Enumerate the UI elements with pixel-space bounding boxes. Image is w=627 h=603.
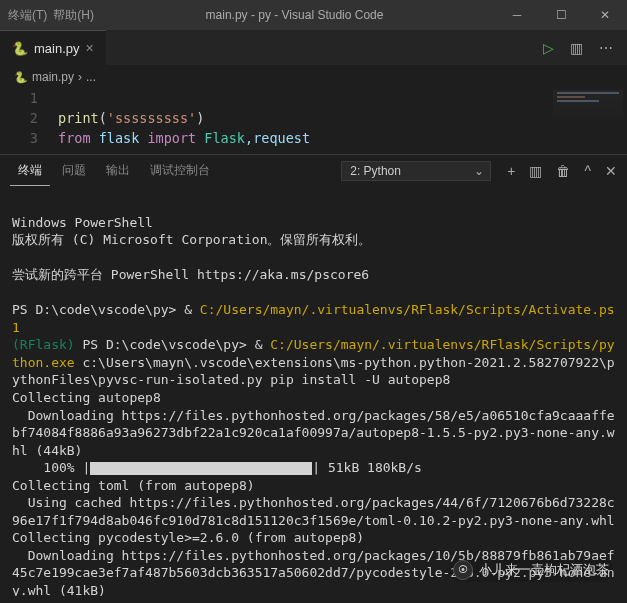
watermark-text: 小儿来一壶枸杞酒泡茶 <box>479 561 609 579</box>
tab-terminal[interactable]: 终端 <box>10 155 50 186</box>
run-icon[interactable]: ▷ <box>543 40 554 56</box>
maximize-icon[interactable]: ☐ <box>539 0 583 30</box>
breadcrumb-file: main.py <box>32 70 74 84</box>
terminal-line: Collecting toml (from autopep8) <box>12 478 255 493</box>
terminal-line: 尝试新的跨平台 PowerShell https://aka.ms/pscore… <box>12 267 369 282</box>
terminal-line: (RFlask) PS D:\code\vscode\py> & C:/User… <box>12 337 615 387</box>
tab-output[interactable]: 输出 <box>98 155 138 186</box>
chevron-down-icon: ⌄ <box>474 164 484 178</box>
terminal-selector[interactable]: 2: Python ⌄ <box>341 161 491 181</box>
terminal-line: Collecting autopep8 <box>12 390 161 405</box>
menu-help[interactable]: 帮助(H) <box>53 7 94 24</box>
kill-terminal-icon[interactable]: 🗑 <box>556 163 570 179</box>
breadcrumb[interactable]: 🐍 main.py › ... <box>0 66 627 88</box>
minimize-icon[interactable]: ─ <box>495 0 539 30</box>
terminal[interactable]: Windows PowerShell 版权所有 (C) Microsoft Co… <box>0 186 627 596</box>
wechat-icon: ⦿ <box>453 560 473 580</box>
close-icon[interactable]: ✕ <box>583 0 627 30</box>
tab-main-py[interactable]: 🐍 main.py × <box>0 30 106 65</box>
progress-bar <box>90 462 312 475</box>
menu-terminal[interactable]: 终端(T) <box>8 7 47 24</box>
terminal-line: Downloading https://files.pythonhosted.o… <box>12 408 615 458</box>
python-icon: 🐍 <box>12 41 28 56</box>
terminal-selector-label: 2: Python <box>350 164 401 178</box>
breadcrumb-more: ... <box>86 70 96 84</box>
breadcrumb-separator: › <box>78 70 82 84</box>
close-panel-icon[interactable]: ✕ <box>605 163 617 179</box>
editor-tabbar: 🐍 main.py × ▷ ▥ ⋯ <box>0 30 627 66</box>
terminal-line: PS D:\code\vscode\py> & C:/Users/mayn/.v… <box>12 302 615 335</box>
split-editor-icon[interactable]: ▥ <box>570 40 583 56</box>
minimap[interactable] <box>553 90 623 126</box>
more-actions-icon[interactable]: ⋯ <box>599 40 613 56</box>
editor[interactable]: 1 2print('sssssssss') 3from flask import… <box>0 88 627 154</box>
tab-close-icon[interactable]: × <box>86 40 94 56</box>
tab-label: main.py <box>34 41 80 56</box>
terminal-line: Collecting pycodestyle>=2.6.0 (from auto… <box>12 530 364 545</box>
maximize-panel-icon[interactable]: ^ <box>584 163 591 179</box>
terminal-line: Using cached https://files.pythonhosted.… <box>12 495 615 528</box>
split-terminal-icon[interactable]: ▥ <box>529 163 542 179</box>
tab-problems[interactable]: 问题 <box>54 155 94 186</box>
titlebar: 终端(T) 帮助(H) main.py - py - Visual Studio… <box>0 0 627 30</box>
panel-header: 终端 问题 输出 调试控制台 2: Python ⌄ + ▥ 🗑 ^ ✕ <box>0 154 627 186</box>
terminal-line: 版权所有 (C) Microsoft Corporation。保留所有权利。 <box>12 232 372 247</box>
terminal-line: 100% || 51kB 180kB/s <box>12 460 422 475</box>
window-title: main.py - py - Visual Studio Code <box>206 8 384 22</box>
python-icon: 🐍 <box>14 71 28 84</box>
tab-debug-console[interactable]: 调试控制台 <box>142 155 218 186</box>
watermark: ⦿ 小儿来一壶枸杞酒泡茶 <box>449 558 613 582</box>
new-terminal-icon[interactable]: + <box>507 163 515 179</box>
terminal-line: Windows PowerShell <box>12 215 153 230</box>
